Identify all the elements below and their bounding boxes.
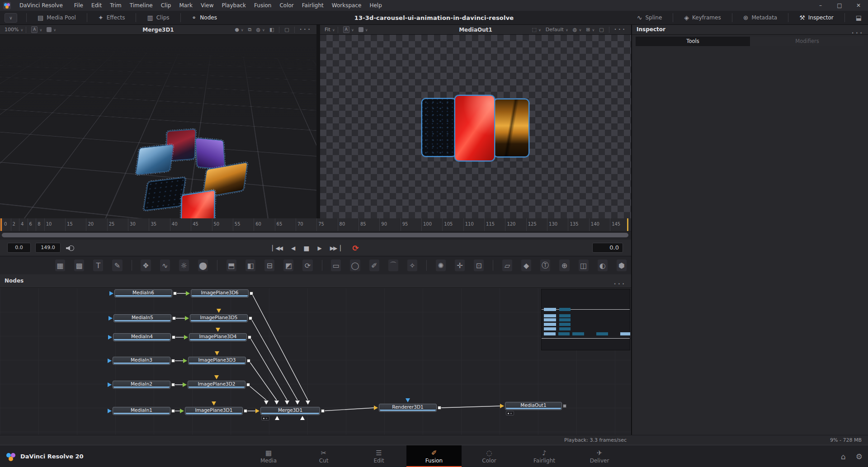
settings-gear-icon[interactable]: ⚙ [856, 452, 863, 461]
layers-icon[interactable]: ⧉ [248, 27, 252, 33]
output-port[interactable] [244, 409, 247, 413]
input-port[interactable] [108, 316, 113, 321]
transform-tool-icon[interactable]: ⟳ [302, 259, 312, 271]
output-port[interactable] [246, 383, 250, 387]
current-frame-field[interactable]: 0.0 [592, 243, 623, 253]
node-mediain6[interactable]: MediaIn6 [114, 289, 172, 297]
scene-input-arrow[interactable] [274, 401, 279, 405]
output-port[interactable] [171, 409, 175, 413]
inspector-button[interactable]: ⚒Inspector [793, 11, 840, 25]
tab-tools[interactable]: Tools [636, 37, 750, 46]
node-merge3d1[interactable]: Merge3D1 [260, 407, 320, 415]
camera-3d-tool-icon[interactable]: ◫ [579, 259, 589, 271]
media-pool-button[interactable]: ▤Media Pool [31, 11, 82, 25]
node-mediain4[interactable]: MediaIn4 [113, 333, 171, 341]
menu-file[interactable]: File [70, 1, 87, 10]
node-imageplane3d4[interactable]: ImagePlane3D4 [189, 333, 247, 341]
input-port[interactable] [185, 316, 189, 321]
top-input-arrow[interactable] [406, 398, 410, 402]
left-viewer-zoom-select[interactable]: 100% [5, 27, 23, 33]
carousel-card-droplets[interactable] [143, 177, 185, 211]
node-mediaout1[interactable]: MediaOut1 [505, 402, 562, 410]
menu-timeline[interactable]: Timeline [126, 1, 157, 10]
expand-viewer-icon[interactable]: ▢ [599, 27, 604, 33]
menu-clip[interactable]: Clip [157, 1, 175, 10]
top-input-arrow[interactable] [216, 328, 220, 332]
rectangle-mask-tool-icon[interactable]: ▭ [331, 259, 341, 271]
input-port[interactable] [183, 359, 187, 363]
merge-3d-tool-icon[interactable]: ⊕ [559, 259, 569, 271]
matte-control-tool-icon[interactable]: ◧ [245, 259, 255, 271]
output-port[interactable] [249, 316, 252, 320]
split-view-icon[interactable]: ◧ [269, 27, 274, 33]
keyframes-button[interactable]: ◈Keyframes [678, 11, 727, 25]
node-mediain2[interactable]: MediaIn2 [113, 381, 170, 389]
tab-modifiers[interactable]: Modifiers [750, 37, 864, 46]
node-mediain1[interactable]: MediaIn1 [113, 407, 170, 415]
spline-button[interactable]: ∿Spline [631, 11, 669, 25]
menu-mark[interactable]: Mark [175, 1, 197, 10]
text-plus-tool-icon[interactable]: T [93, 259, 103, 271]
menu-trim[interactable]: Trim [106, 1, 126, 10]
buffer-select[interactable] [359, 27, 368, 33]
menu-help[interactable]: Help [365, 1, 386, 10]
brightness-contrast-tool-icon[interactable]: ☼ [179, 259, 189, 271]
p-render-tool-icon[interactable]: ⊡ [474, 259, 484, 271]
scene-input-arrow[interactable] [295, 401, 300, 405]
background-tool-icon[interactable]: ▦ [55, 259, 65, 271]
viewer-options-menu[interactable] [300, 28, 311, 32]
node-imageplane3d3[interactable]: ImagePlane3D3 [188, 357, 246, 365]
output-port[interactable] [438, 406, 441, 410]
node-mediain3[interactable]: MediaIn3 [113, 357, 170, 365]
mask-input-arrow[interactable] [275, 416, 279, 420]
play-button[interactable]: ▶ [317, 245, 321, 251]
output-port[interactable] [250, 292, 253, 295]
input-port[interactable] [109, 291, 113, 296]
polygon-mask-tool-icon[interactable]: ✐ [369, 259, 379, 271]
paint-tool-icon[interactable]: ✎ [112, 259, 122, 271]
node-imageplane3d5[interactable]: ImagePlane3D5 [190, 314, 248, 322]
right-viewer-mediaout[interactable] [320, 35, 631, 218]
blur-tool-icon[interactable]: ⬤ [198, 259, 208, 271]
input-port[interactable] [184, 335, 188, 340]
carousel-card-purple-sky[interactable] [195, 138, 225, 170]
go-to-start-button[interactable]: ▏◀◀ [272, 245, 282, 251]
inspector-options-menu[interactable] [852, 28, 863, 36]
output-port[interactable] [563, 404, 566, 408]
go-to-end-button[interactable]: ▶▶▕ [330, 245, 340, 251]
output-port[interactable] [171, 359, 175, 363]
lut-icon[interactable]: ◍ [256, 27, 264, 33]
checker-underlay-icon[interactable]: ⬚ [532, 27, 541, 33]
node-imageplane3d6[interactable]: ImagePlane3D6 [191, 289, 249, 297]
collapse-toolbar-button[interactable]: ∨ [5, 13, 17, 23]
input-port[interactable] [500, 404, 504, 408]
mask-input-arrow[interactable] [300, 416, 305, 420]
menu-edit[interactable]: Edit [87, 1, 106, 10]
page-tab-edit[interactable]: ☰Edit [351, 445, 406, 467]
roi-icon[interactable]: ● [235, 27, 243, 33]
output-port[interactable] [321, 409, 325, 413]
effects-button[interactable]: ✦Effects [92, 11, 132, 25]
ellipse-mask-tool-icon[interactable]: ◯ [350, 259, 360, 271]
output-port[interactable] [171, 383, 175, 387]
top-input-arrow[interactable] [214, 375, 219, 379]
input-port[interactable] [108, 409, 112, 413]
menu-view[interactable]: View [197, 1, 217, 10]
top-input-arrow[interactable] [212, 401, 216, 406]
play-reverse-button[interactable]: ◀ [291, 245, 294, 251]
p-merge-tool-icon[interactable]: ✛ [455, 259, 465, 271]
color-corrector-tool-icon[interactable]: ❖ [141, 259, 151, 271]
grid-icon[interactable]: ⊞ [586, 27, 594, 33]
buffer-select[interactable] [47, 27, 56, 33]
metadata-button[interactable]: ⊛Metadata [737, 11, 784, 25]
spot-light-tool-icon[interactable]: ◐ [598, 259, 608, 271]
nodes-options-menu[interactable] [614, 278, 625, 287]
color-viewer-icon[interactable]: ◍ [573, 27, 581, 33]
workspace-panel-icon[interactable]: ⬓ [849, 11, 868, 25]
nodes-button[interactable]: ⚬Nodes [185, 11, 223, 25]
loop-button[interactable]: ⟳ [352, 244, 359, 253]
output-port[interactable] [172, 335, 175, 339]
input-port[interactable] [183, 382, 187, 387]
right-viewer-zoom-select[interactable]: Fit [325, 27, 335, 33]
color-curves-tool-icon[interactable]: ∿ [160, 259, 170, 271]
